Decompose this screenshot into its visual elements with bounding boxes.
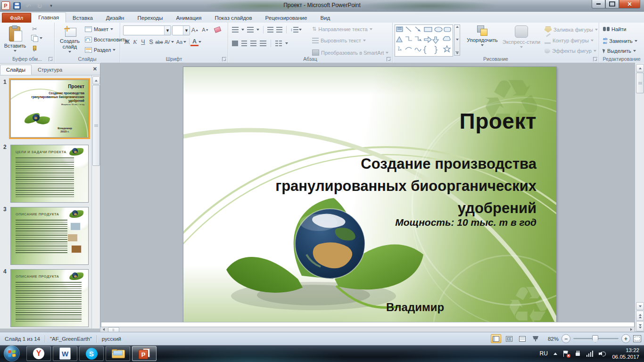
action-center-icon[interactable]: ✕: [563, 351, 569, 357]
change-case-button[interactable]: Aa: [175, 38, 183, 46]
next-slide-button[interactable]: [636, 321, 644, 331]
taskbar-word-button[interactable]: W: [53, 346, 77, 361]
replace-button[interactable]: abacЗаменить: [603, 37, 637, 45]
previous-slide-button[interactable]: [636, 311, 644, 321]
volume-icon[interactable]: [599, 351, 606, 357]
bold-button[interactable]: Ж: [123, 38, 131, 46]
tab-view[interactable]: Вид: [314, 13, 337, 23]
tab-outline[interactable]: Структура: [32, 65, 68, 75]
scrollbar-thumb[interactable]: [636, 73, 644, 93]
align-center-button[interactable]: [241, 41, 247, 46]
slide-capacity-text[interactable]: Мощность: 10 тыс. т в год: [395, 217, 537, 228]
tab-review[interactable]: Рецензирование: [259, 13, 314, 23]
drawing-dialog-launcher[interactable]: [593, 57, 597, 61]
layout-button[interactable]: Макет: [85, 26, 113, 32]
decrease-indent-button[interactable]: [267, 27, 273, 33]
font-color-button[interactable]: А: [190, 38, 198, 46]
start-button[interactable]: [4, 346, 20, 362]
strikethrough-button[interactable]: abe: [155, 38, 163, 46]
shapes-gallery[interactable]: [395, 25, 453, 57]
network-icon[interactable]: [586, 351, 594, 357]
scrollbar-thumb[interactable]: [92, 85, 100, 166]
quick-styles-button[interactable]: Экспресс-стили: [501, 24, 542, 48]
zoom-in-button[interactable]: +: [621, 334, 630, 343]
tab-slideshow[interactable]: Показ слайдов: [208, 13, 258, 23]
justify-button[interactable]: [260, 41, 266, 46]
increase-font-button[interactable]: A▲: [191, 25, 199, 34]
section-button[interactable]: Раздел: [85, 47, 116, 53]
theme-name[interactable]: "AF_GreenEarth": [45, 336, 97, 342]
select-button[interactable]: Выделить: [603, 48, 636, 54]
decrease-font-button[interactable]: A▼: [201, 25, 209, 34]
taskbar-yandex-button[interactable]: Y: [26, 346, 51, 361]
reading-view-button[interactable]: [517, 334, 528, 343]
paste-button[interactable]: Вставить: [3, 24, 27, 52]
cut-button[interactable]: ✂: [32, 25, 37, 33]
close-button[interactable]: ✕: [619, 0, 640, 8]
zoom-slider[interactable]: [573, 338, 619, 339]
tab-home[interactable]: Главная: [31, 12, 66, 23]
arrange-button[interactable]: Упорядочить: [464, 24, 500, 46]
language-indicator[interactable]: русский: [97, 336, 126, 342]
zoom-slider-thumb[interactable]: [592, 335, 598, 343]
horizontal-scrollbar[interactable]: [100, 327, 635, 332]
clear-formatting-button[interactable]: [214, 25, 222, 34]
language-switcher[interactable]: RU: [540, 350, 548, 357]
tab-transitions[interactable]: Переходы: [131, 13, 169, 23]
tab-design[interactable]: Дизайн: [99, 13, 131, 23]
power-icon[interactable]: [575, 351, 581, 357]
font-size-combo[interactable]: ▾: [172, 25, 190, 35]
notes-pane-collapsed[interactable]: [101, 322, 635, 327]
line-spacing-button[interactable]: ↕: [290, 27, 302, 33]
tab-file[interactable]: Файл: [2, 13, 31, 23]
tab-animations[interactable]: Анимация: [169, 13, 208, 23]
zoom-percentage[interactable]: 82%: [544, 336, 559, 342]
shapes-gallery-scrollbar[interactable]: [454, 25, 460, 56]
copy-button[interactable]: [31, 35, 42, 41]
slide-thumbnail-4[interactable]: ОПИСАНИЕ ПРОДУКТА: [10, 269, 89, 327]
scroll-down-button[interactable]: [636, 302, 644, 310]
increase-indent-button[interactable]: [276, 27, 282, 33]
align-left-button[interactable]: [232, 41, 238, 46]
taskbar-skype-button[interactable]: S: [79, 346, 104, 361]
slide-footer-text[interactable]: Владимир: [386, 301, 444, 314]
shape-outline-button[interactable]: Контур фигуры: [545, 37, 594, 44]
italic-button[interactable]: К: [131, 38, 139, 46]
new-slide-button[interactable]: Создать слайд: [57, 24, 83, 53]
slide-counter[interactable]: Слайд 1 из 14: [0, 336, 45, 342]
clipboard-dialog-launcher[interactable]: [49, 57, 53, 61]
text-direction-button[interactable]: ⇅Направление текста: [312, 26, 372, 32]
scroll-up-button[interactable]: [636, 64, 644, 72]
scroll-right-button[interactable]: [628, 327, 635, 332]
slide-thumbnail-3[interactable]: ОПИСАНИЕ ПРОДУКТА: [10, 207, 89, 265]
slideshow-button[interactable]: [530, 334, 541, 343]
underline-button[interactable]: Ч: [139, 38, 147, 46]
slide-title[interactable]: Проект: [460, 108, 537, 134]
convert-smartart-button[interactable]: Преобразовать в SmartArt: [312, 49, 388, 56]
numbering-button[interactable]: [247, 27, 254, 33]
align-text-button[interactable]: Выровнять текст: [312, 38, 366, 43]
find-button[interactable]: Найти: [603, 26, 626, 32]
scroll-up-button[interactable]: [92, 76, 100, 84]
slides-panel-scrollbar[interactable]: [91, 75, 100, 329]
text-shadow-button[interactable]: S: [147, 38, 155, 46]
shape-fill-button[interactable]: Заливка фигуры: [545, 26, 598, 33]
slide-thumbnail-2[interactable]: ЦЕЛИ И ЗАДАЧИ ПРОЕКТА: [10, 145, 89, 203]
slide-sorter-button[interactable]: [504, 334, 514, 343]
slide-canvas[interactable]: ♻ ♻: [183, 67, 556, 322]
bullets-button[interactable]: [232, 27, 239, 33]
columns-button[interactable]: [275, 41, 282, 46]
font-dialog-launcher[interactable]: [222, 57, 226, 61]
fit-to-window-button[interactable]: [633, 335, 641, 342]
shape-effects-button[interactable]: Эффекты фигур: [545, 48, 596, 54]
format-painter-button[interactable]: [32, 45, 39, 52]
paragraph-dialog-launcher[interactable]: [387, 57, 391, 61]
vertical-scrollbar[interactable]: [635, 63, 644, 331]
taskbar-explorer-button[interactable]: [106, 346, 130, 361]
close-pane-button[interactable]: ✕: [93, 66, 97, 72]
slide-subtitle[interactable]: Создание производства гранулированных би…: [235, 153, 537, 219]
show-hidden-icons-button[interactable]: [553, 353, 557, 355]
normal-view-button[interactable]: [491, 334, 501, 343]
tab-slides[interactable]: Слайды: [0, 65, 32, 75]
zoom-out-button[interactable]: −: [561, 334, 570, 343]
